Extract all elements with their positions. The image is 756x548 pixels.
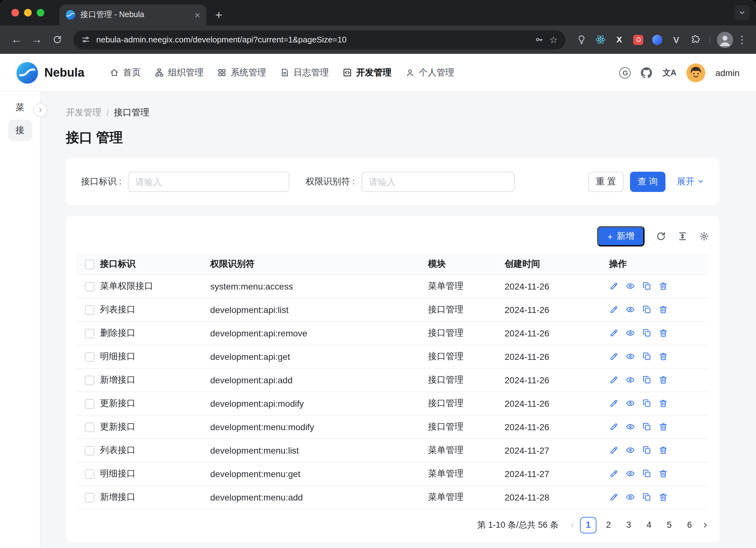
row-checkbox[interactable]	[85, 352, 94, 362]
browser-profile-avatar[interactable]	[717, 31, 733, 48]
search-button[interactable]: 查 询	[630, 171, 665, 192]
view-eye-icon[interactable]	[626, 399, 635, 408]
copy-icon[interactable]	[642, 422, 652, 432]
edit-icon[interactable]	[609, 375, 619, 385]
view-eye-icon[interactable]	[626, 305, 635, 314]
user-avatar[interactable]	[686, 63, 705, 82]
nav-item-home[interactable]: 首页	[104, 63, 147, 82]
x-extension-icon[interactable]: X	[611, 31, 627, 48]
row-height-icon[interactable]	[677, 231, 688, 241]
username-label[interactable]: admin	[715, 67, 740, 78]
expand-toggle[interactable]: 展开	[677, 176, 704, 187]
row-checkbox[interactable]	[85, 493, 94, 502]
edit-icon[interactable]	[609, 492, 619, 502]
nav-item-log[interactable]: 日志管理	[274, 63, 335, 82]
view-eye-icon[interactable]	[626, 375, 635, 385]
blue-circle-extension-icon[interactable]	[649, 31, 665, 48]
language-switch-icon[interactable]: 文A	[663, 67, 676, 78]
add-button[interactable]: + 新增	[597, 226, 645, 246]
nav-item-dev[interactable]: 开发管理	[337, 63, 398, 82]
address-bar[interactable]: nebula-admin.neegix.com/development/api?…	[73, 30, 565, 49]
edit-icon[interactable]	[609, 399, 619, 408]
bookmark-star-icon[interactable]: ☆	[549, 34, 558, 45]
react-devtools-icon[interactable]	[592, 31, 608, 48]
row-checkbox[interactable]	[85, 423, 94, 432]
reset-button[interactable]: 重 置	[588, 171, 624, 192]
nebula-logo-icon[interactable]	[16, 62, 38, 83]
forward-button[interactable]: →	[28, 31, 46, 48]
edit-icon[interactable]	[609, 305, 619, 314]
edit-icon[interactable]	[609, 328, 619, 338]
page-button-2[interactable]: 2	[600, 517, 617, 533]
view-eye-icon[interactable]	[626, 352, 635, 361]
window-close-button[interactable]	[11, 9, 19, 16]
copy-icon[interactable]	[642, 492, 652, 502]
row-checkbox[interactable]	[85, 329, 94, 338]
edit-icon[interactable]	[609, 281, 619, 291]
copy-icon[interactable]	[642, 445, 652, 455]
red-extension-icon[interactable]	[630, 31, 646, 48]
nav-item-person[interactable]: 个人管理	[399, 63, 461, 82]
extensions-puzzle-icon[interactable]	[687, 31, 703, 48]
select-all-checkbox[interactable]	[85, 260, 94, 269]
browser-menu-icon[interactable]: ⋮	[736, 34, 748, 46]
delete-trash-icon[interactable]	[658, 281, 668, 291]
view-eye-icon[interactable]	[626, 281, 635, 291]
delete-trash-icon[interactable]	[658, 422, 668, 432]
view-eye-icon[interactable]	[626, 469, 635, 478]
edit-icon[interactable]	[609, 422, 619, 432]
row-checkbox[interactable]	[85, 306, 94, 315]
pagination-prev-icon[interactable]	[569, 521, 576, 529]
row-checkbox[interactable]	[85, 282, 94, 292]
page-button-3[interactable]: 3	[621, 517, 637, 533]
view-eye-icon[interactable]	[626, 328, 635, 338]
back-button[interactable]: ←	[8, 31, 25, 48]
nav-item-system[interactable]: 系统管理	[211, 63, 273, 82]
breadcrumb-parent[interactable]: 开发管理	[66, 107, 101, 118]
view-eye-icon[interactable]	[626, 445, 635, 455]
delete-trash-icon[interactable]	[658, 352, 668, 361]
edit-icon[interactable]	[609, 352, 619, 361]
copy-icon[interactable]	[642, 305, 652, 314]
reload-button[interactable]	[48, 31, 66, 48]
password-key-icon[interactable]	[534, 35, 544, 44]
copy-icon[interactable]	[642, 352, 652, 361]
copy-icon[interactable]	[642, 399, 652, 408]
page-button-4[interactable]: 4	[641, 517, 657, 533]
copy-icon[interactable]	[642, 281, 652, 291]
row-checkbox[interactable]	[85, 399, 94, 409]
edit-icon[interactable]	[609, 445, 619, 455]
copy-icon[interactable]	[642, 328, 652, 338]
row-checkbox[interactable]	[85, 469, 94, 479]
window-zoom-button[interactable]	[37, 9, 44, 16]
copy-icon[interactable]	[642, 469, 652, 478]
refresh-icon[interactable]	[656, 231, 666, 241]
delete-trash-icon[interactable]	[658, 305, 668, 314]
row-checkbox[interactable]	[85, 376, 94, 385]
nav-item-org[interactable]: 组织管理	[148, 63, 210, 82]
permission-filter-input[interactable]	[361, 171, 514, 192]
page-button-5[interactable]: 5	[661, 517, 677, 533]
tab-close-icon[interactable]: ×	[194, 10, 200, 20]
site-settings-icon[interactable]	[81, 35, 91, 44]
sidebar-item-0[interactable]: 菜	[8, 97, 32, 118]
settings-gear-icon[interactable]	[699, 231, 709, 241]
delete-trash-icon[interactable]	[658, 492, 668, 502]
url-text[interactable]: nebula-admin.neegix.com/development/api?…	[96, 35, 528, 44]
gitee-icon[interactable]: G	[620, 67, 631, 78]
delete-trash-icon[interactable]	[658, 328, 668, 338]
delete-trash-icon[interactable]	[658, 445, 668, 455]
page-button-1[interactable]: 1	[580, 517, 596, 533]
page-button-6[interactable]: 6	[681, 517, 698, 533]
delete-trash-icon[interactable]	[658, 399, 668, 408]
row-checkbox[interactable]	[85, 446, 94, 456]
delete-trash-icon[interactable]	[658, 469, 668, 478]
edit-icon[interactable]	[609, 469, 619, 478]
tab-search-chevron-icon[interactable]	[734, 5, 750, 20]
github-icon[interactable]	[641, 67, 652, 78]
v-extension-icon[interactable]: V	[668, 31, 684, 48]
view-eye-icon[interactable]	[626, 422, 635, 432]
sidebar-item-1[interactable]: 接	[8, 120, 32, 141]
lamp-extension-icon[interactable]	[573, 31, 589, 48]
copy-icon[interactable]	[642, 375, 652, 385]
